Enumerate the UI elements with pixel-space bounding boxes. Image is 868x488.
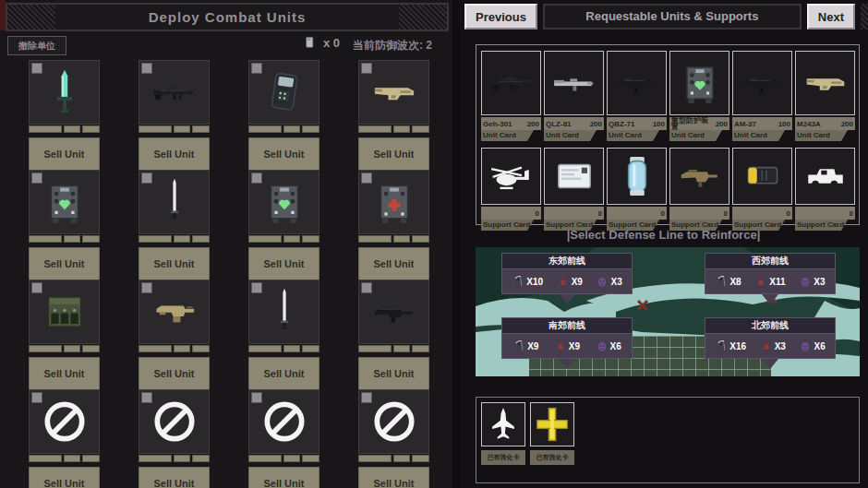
- support-card[interactable]: 0 Support Card: [669, 148, 729, 231]
- unit-checkbox[interactable]: [31, 173, 42, 184]
- support-card[interactable]: 0 Support Card: [795, 148, 855, 231]
- deployed-unit-card[interactable]: Sell Unit: [358, 389, 429, 488]
- support-card-image[interactable]: [544, 148, 604, 205]
- defense-line-box[interactable]: 东郊前线 X10X9X3: [501, 253, 633, 304]
- unit-checkbox[interactable]: [251, 282, 262, 293]
- unit-checkbox[interactable]: [31, 392, 42, 403]
- unit-checkbox[interactable]: [361, 63, 372, 74]
- sell-unit-button[interactable]: Sell Unit: [358, 467, 429, 488]
- sell-unit-button[interactable]: Sell Unit: [139, 467, 210, 488]
- clear-units-button[interactable]: 撤除单位: [7, 36, 66, 55]
- sell-unit-button[interactable]: Sell Unit: [29, 467, 100, 488]
- deployed-unit-card[interactable]: Sell Unit: [29, 170, 100, 280]
- unit-card-image[interactable]: [544, 51, 604, 115]
- sell-unit-button[interactable]: Sell Unit: [29, 137, 100, 171]
- sell-unit-button[interactable]: Sell Unit: [248, 357, 319, 390]
- deployed-unit-card[interactable]: Sell Unit: [358, 170, 429, 280]
- support-card[interactable]: 0 Support Card: [481, 148, 541, 231]
- support-card[interactable]: 0 Support Card: [544, 148, 604, 231]
- unit-card-image[interactable]: [481, 51, 541, 115]
- deployed-unit-card[interactable]: Sell Unit: [139, 389, 210, 488]
- unit-image[interactable]: [248, 60, 319, 125]
- requestable-unit-card[interactable]: QBZ-71 100 Unit Card: [607, 51, 667, 141]
- unit-checkbox[interactable]: [31, 63, 42, 74]
- next-button[interactable]: Next: [807, 4, 855, 30]
- unit-image[interactable]: [29, 389, 100, 454]
- unit-image[interactable]: [139, 389, 210, 454]
- sell-unit-button[interactable]: Sell Unit: [139, 137, 210, 171]
- deployed-unit-card[interactable]: Sell Unit: [358, 60, 429, 170]
- sell-unit-button[interactable]: Sell Unit: [358, 247, 429, 280]
- unit-checkbox[interactable]: [251, 63, 262, 74]
- unit-checkbox[interactable]: [141, 392, 152, 403]
- support-card[interactable]: 0 Support Card: [607, 148, 667, 231]
- deployed-unit-card[interactable]: Sell Unit: [29, 280, 100, 389]
- deployed-unit-card[interactable]: Sell Unit: [248, 389, 319, 488]
- unit-checkbox[interactable]: [361, 173, 372, 184]
- defense-line-box[interactable]: 西郊前线 X8X11X3: [705, 253, 836, 304]
- unit-checkbox[interactable]: [141, 63, 152, 74]
- owned-card[interactable]: 已有强化卡: [530, 402, 574, 465]
- sell-unit-button[interactable]: Sell Unit: [248, 467, 319, 488]
- sell-unit-button[interactable]: Sell Unit: [248, 247, 319, 280]
- sell-unit-button[interactable]: Sell Unit: [139, 247, 210, 280]
- unit-checkbox[interactable]: [361, 392, 372, 403]
- deployed-unit-card[interactable]: Sell Unit: [29, 60, 100, 170]
- owned-card[interactable]: 已有强化卡: [481, 402, 525, 465]
- defense-line-box[interactable]: 南郊前线 X9X9X6: [501, 317, 633, 369]
- support-card-image[interactable]: [732, 148, 792, 205]
- deployed-unit-card[interactable]: Sell Unit: [29, 389, 100, 488]
- deployed-unit-card[interactable]: Sell Unit: [248, 170, 319, 280]
- unit-image[interactable]: [29, 280, 100, 344]
- deployed-unit-card[interactable]: Sell Unit: [248, 60, 319, 170]
- unit-checkbox[interactable]: [251, 173, 262, 184]
- unit-image[interactable]: [358, 280, 429, 344]
- owned-card-image[interactable]: [530, 402, 574, 446]
- unit-image[interactable]: [358, 389, 429, 454]
- unit-image[interactable]: [139, 280, 210, 344]
- sell-unit-button[interactable]: Sell Unit: [139, 357, 210, 390]
- support-card-image[interactable]: [481, 148, 541, 205]
- support-card-image[interactable]: [795, 148, 855, 205]
- banned-icon: [370, 398, 418, 446]
- owned-card-image[interactable]: [481, 402, 525, 446]
- sell-unit-button[interactable]: Sell Unit: [29, 357, 100, 390]
- support-card-image[interactable]: [607, 148, 667, 205]
- requestable-unit-card[interactable]: 重型防护装置 200 Unit Card: [669, 51, 729, 141]
- unit-image[interactable]: [248, 280, 319, 344]
- support-card[interactable]: 0 Support Card: [732, 148, 792, 231]
- deployed-unit-card[interactable]: Sell Unit: [248, 280, 319, 389]
- requestable-unit-card[interactable]: AM-37 100 Unit Card: [732, 51, 792, 141]
- sell-unit-button[interactable]: Sell Unit: [358, 137, 429, 171]
- previous-button[interactable]: Previous: [464, 4, 537, 30]
- unit-image[interactable]: [358, 170, 429, 234]
- unit-checkbox[interactable]: [251, 392, 262, 403]
- deployed-unit-card[interactable]: Sell Unit: [139, 60, 210, 170]
- unit-card-image[interactable]: [732, 51, 792, 115]
- sell-unit-button[interactable]: Sell Unit: [248, 137, 319, 171]
- unit-image[interactable]: [29, 60, 100, 125]
- unit-image[interactable]: [248, 170, 319, 234]
- requestable-unit-card[interactable]: M243A 200 Unit Card: [795, 51, 855, 141]
- unit-card-image[interactable]: [795, 51, 855, 115]
- unit-image[interactable]: [139, 170, 210, 234]
- unit-checkbox[interactable]: [141, 282, 152, 293]
- defense-line-box[interactable]: 北郊前线 X16X3X6: [705, 317, 836, 369]
- sell-unit-button[interactable]: Sell Unit: [29, 247, 100, 280]
- support-card-image[interactable]: [669, 148, 729, 205]
- deployed-unit-card[interactable]: Sell Unit: [358, 280, 429, 389]
- unit-checkbox[interactable]: [361, 282, 372, 293]
- unit-image[interactable]: [358, 60, 429, 125]
- unit-card-image[interactable]: [669, 51, 729, 115]
- deployed-unit-card[interactable]: Sell Unit: [139, 280, 210, 389]
- deployed-unit-card[interactable]: Sell Unit: [139, 170, 210, 280]
- unit-checkbox[interactable]: [31, 282, 42, 293]
- unit-image[interactable]: [29, 170, 100, 234]
- unit-image[interactable]: [139, 60, 210, 125]
- requestable-unit-card[interactable]: Geh-301 200 Unit Card: [481, 51, 541, 141]
- unit-checkbox[interactable]: [141, 173, 152, 184]
- sell-unit-button[interactable]: Sell Unit: [358, 357, 429, 390]
- requestable-unit-card[interactable]: QLZ-81 200 Unit Card: [544, 51, 604, 141]
- unit-image[interactable]: [248, 389, 319, 454]
- unit-card-image[interactable]: [607, 51, 667, 115]
